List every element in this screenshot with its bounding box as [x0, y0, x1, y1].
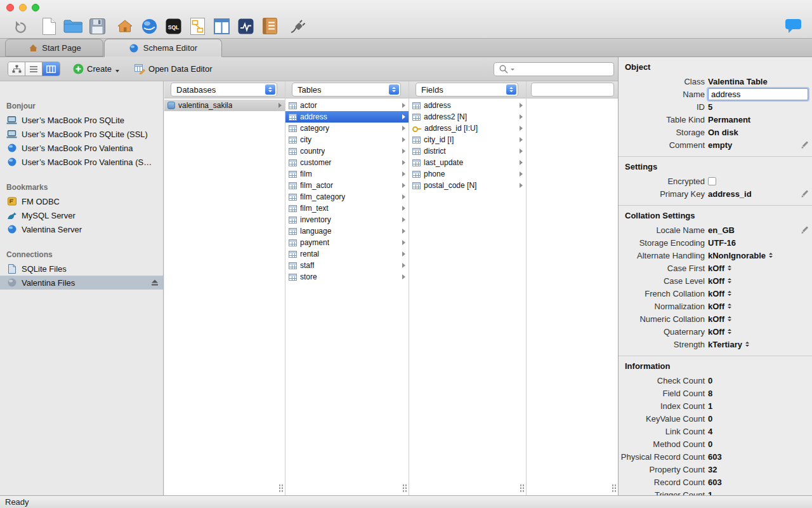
sidebar-item-fm-odbc[interactable]: FM ODBC	[0, 194, 163, 208]
table-label: store	[300, 272, 317, 281]
tree-view-button[interactable]	[8, 62, 25, 76]
tables-dropdown[interactable]: Tables	[292, 83, 401, 97]
databases-dropdown[interactable]: Databases	[171, 83, 277, 97]
sidebar-item-sqlite-files[interactable]: SQLite Files	[0, 262, 163, 276]
table-row[interactable]: category	[285, 123, 409, 134]
search-field[interactable]	[494, 62, 614, 76]
sidebar-item-users-macbook-sqlite[interactable]: User’s MacBook Pro SQLite	[0, 113, 163, 127]
field-row[interactable]: address	[409, 100, 526, 111]
table-row[interactable]: staff	[285, 260, 409, 271]
table-row[interactable]: rental	[285, 248, 409, 260]
table-row[interactable]: film_category	[285, 191, 409, 203]
report-icon[interactable]	[260, 15, 279, 37]
connect-plug-icon[interactable]	[288, 15, 307, 37]
encrypted-checkbox[interactable]	[708, 177, 716, 185]
zoom-window-button[interactable]	[32, 4, 39, 11]
status-bar: Ready	[0, 495, 812, 508]
table-row[interactable]: actor	[285, 100, 409, 111]
edit-locale-icon[interactable]	[802, 226, 808, 232]
stepper-icon[interactable]	[728, 291, 731, 296]
table-row[interactable]: store	[285, 271, 409, 283]
property-value: 4	[708, 427, 712, 436]
stepper-icon[interactable]	[728, 304, 731, 309]
column-view-button[interactable]	[43, 62, 60, 76]
popup-arrows-icon	[506, 84, 516, 95]
eject-icon[interactable]	[151, 279, 159, 286]
field-icon	[412, 148, 421, 155]
open-folder-icon[interactable]	[63, 15, 82, 37]
minimize-window-button[interactable]	[19, 4, 27, 11]
sidebar-item-valentina-files[interactable]: Valentina Files	[0, 276, 163, 290]
edit-primary-key-icon[interactable]	[802, 190, 808, 196]
column-resize-grip[interactable]	[402, 484, 407, 492]
sidebar-section-title: Bonjour	[0, 102, 163, 113]
valentina-icon[interactable]	[140, 15, 159, 37]
field-row[interactable]: address2 [N]	[409, 111, 526, 123]
stepper-icon[interactable]	[728, 278, 731, 283]
chevron-right-icon	[520, 171, 523, 177]
table-row[interactable]: city	[285, 134, 409, 145]
column-view-icon[interactable]	[212, 15, 231, 37]
field-row[interactable]: postal_code [N]	[409, 180, 526, 191]
sidebar-item-users-macbook-sqlite-ssl[interactable]: User’s MacBook Pro SQLite (SSL)	[0, 127, 163, 141]
table-row[interactable]: payment	[285, 237, 409, 248]
new-document-icon[interactable]	[39, 15, 58, 37]
field-row[interactable]: city_id [I]	[409, 134, 526, 145]
column-resize-grip[interactable]	[612, 484, 617, 492]
fields-dropdown[interactable]: Fields	[416, 83, 518, 97]
list-view-button[interactable]	[25, 62, 43, 76]
undo-icon[interactable]	[10, 15, 29, 37]
field-row[interactable]: address_id [I:U]	[409, 123, 526, 134]
table-row[interactable]: address	[285, 111, 409, 123]
table-row[interactable]: film	[285, 168, 409, 180]
table-row[interactable]: film_actor	[285, 180, 409, 191]
diagram-icon[interactable]	[188, 15, 207, 37]
inspector-section-settings: Settings Encrypted Primary Keyaddress_id	[619, 157, 812, 206]
close-window-button[interactable]	[6, 4, 14, 11]
property-value: Valentina Table	[708, 77, 768, 86]
stepper-icon[interactable]	[728, 316, 731, 321]
stepper-icon[interactable]	[728, 329, 731, 334]
search-options-caret-icon[interactable]	[511, 69, 514, 70]
sidebar-item-label: User’s MacBook Pro Valentina (S…	[22, 157, 152, 167]
chat-icon[interactable]	[785, 18, 802, 36]
column-resize-grip[interactable]	[520, 484, 525, 492]
edit-comment-icon[interactable]	[802, 141, 808, 147]
property-value: kOff	[708, 314, 724, 324]
sql-editor-icon[interactable]: SQL	[164, 15, 183, 37]
table-row[interactable]: country	[285, 145, 409, 157]
table-row[interactable]: inventory	[285, 214, 409, 225]
stepper-icon[interactable]	[745, 342, 749, 347]
tab-start-page[interactable]: Start Page	[5, 39, 103, 57]
field-row[interactable]: last_update	[409, 157, 526, 168]
empty-filter-field[interactable]	[531, 83, 614, 97]
stepper-icon[interactable]	[728, 265, 731, 271]
sidebar-item-users-macbook-valentina-ssl[interactable]: User’s MacBook Pro Valentina (S…	[0, 155, 163, 169]
create-button[interactable]: Create	[70, 62, 122, 76]
table-row[interactable]: customer	[285, 157, 409, 168]
sidebar-item-valentina-server[interactable]: Valentina Server	[0, 222, 163, 236]
property-label: Case First	[619, 264, 705, 273]
sidebar-item-users-macbook-valentina[interactable]: User’s MacBook Pro Valentina	[0, 141, 163, 155]
table-row[interactable]: film_text	[285, 203, 409, 214]
table-label: country	[300, 147, 325, 156]
stepper-icon[interactable]	[769, 253, 773, 258]
property-row: Field Count8	[619, 387, 812, 399]
chevron-right-icon	[520, 103, 523, 108]
create-label: Create	[87, 64, 112, 74]
property-value: 603	[708, 478, 722, 487]
save-icon[interactable]	[88, 15, 107, 37]
field-row[interactable]: district	[409, 145, 526, 157]
property-value: Permanent	[708, 115, 750, 124]
field-row[interactable]: phone	[409, 168, 526, 180]
tab-schema-editor[interactable]: Schema Editor	[104, 39, 222, 57]
table-row[interactable]: language	[285, 225, 409, 237]
database-row[interactable]: valentina_sakila	[164, 100, 285, 111]
home-icon[interactable]	[115, 15, 134, 37]
search-input[interactable]	[516, 65, 610, 74]
open-data-editor-button[interactable]: Open Data Editor	[132, 62, 214, 76]
column-resize-grip[interactable]	[278, 484, 284, 492]
server-monitor-icon[interactable]	[236, 15, 255, 37]
sidebar-item-mysql-server[interactable]: MySQL Server	[0, 208, 163, 222]
name-input[interactable]	[708, 88, 808, 100]
